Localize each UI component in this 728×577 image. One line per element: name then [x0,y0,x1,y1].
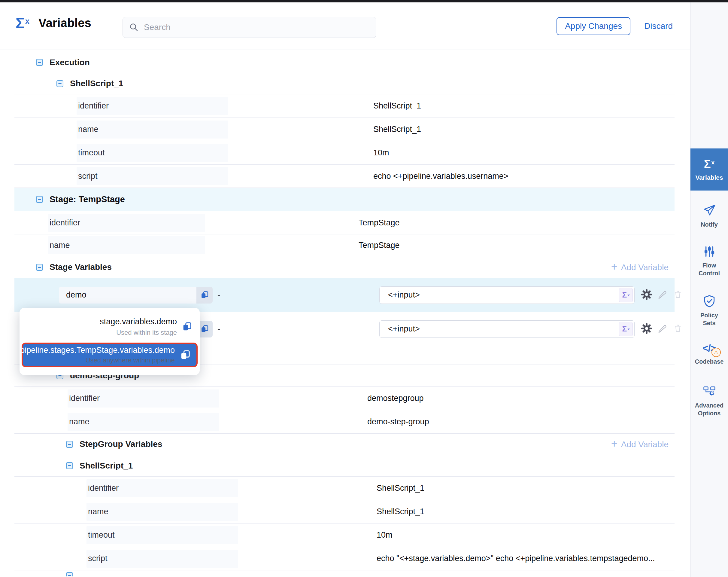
sidebar-item-policy-sets[interactable]: Policy Sets [691,295,728,327]
edit-pencil-icon[interactable] [657,289,668,301]
row-stage-tempstage: Stage: TempStage [15,187,675,211]
field-label: timeout [77,144,228,162]
copy-icon[interactable] [182,322,192,331]
search-icon [129,22,139,32]
row-execution: Execution [15,52,675,73]
variable-value-input[interactable]: <+input>Σx [379,286,634,304]
variable-path-option-pipeline-selected[interactable]: pipeline.stages.TempStage.variables.demo… [22,343,198,367]
copy-icon[interactable] [180,350,190,360]
collapse-minus-icon[interactable] [36,264,43,271]
field-label: identifier [48,214,205,232]
row-name: nameShellScript_1 [15,118,675,141]
variable-value-input[interactable]: <+input>Σx [379,320,634,338]
collapse-minus-icon[interactable] [66,441,73,448]
delete-trash-icon[interactable] [673,323,683,335]
copy-icon[interactable] [197,287,213,303]
variable-path-scope: Used anywhere within pipeline [20,356,175,364]
edit-pencil-icon[interactable] [657,323,668,335]
row-timeout: timeout10m [15,141,675,165]
add-variable-button[interactable]: +Add Variable [611,440,669,449]
field-value: 10m [344,530,675,540]
runtime-input-sigma-button[interactable]: Σx [619,322,633,336]
row-stepgroup-variables: StepGroup Variables+Add Variable [15,433,675,455]
row-stage-variables: Stage Variables+Add Variable [15,256,675,278]
right-toolbar: Σx Variables Notify Flow Control Policy … [690,2,728,577]
collapse-minus-icon[interactable] [66,462,73,469]
collapse-minus-icon[interactable] [66,572,73,576]
field-value: TempStage [344,218,675,227]
field-label: script [77,167,228,185]
warning-icon: ⚠ [711,348,721,357]
field-label: name [48,236,205,254]
field-value: demostepgroup [344,394,675,403]
plus-icon: + [611,261,618,272]
field-label: name [86,503,238,521]
field-label: identifier [86,479,238,497]
settings-gear-icon[interactable] [641,323,652,335]
tree-node-label: Execution [50,58,90,67]
page-title: Variables [38,16,91,30]
field-value: echo <+pipeline.variables.username> [344,172,675,181]
paper-plane-icon [702,203,716,217]
field-label: name [77,121,228,139]
row-shellscript-1: ShellScript_1 [15,455,675,476]
variable-path-text: stage.variables.demo [100,317,177,326]
variable-path-scope: Used within its stage [100,329,177,336]
field-value: ShellScript_1 [344,101,675,110]
collapse-minus-icon[interactable] [36,196,43,203]
search-box[interactable] [123,17,376,38]
search-input[interactable] [144,23,370,32]
shield-check-icon [703,295,716,308]
flowchart-gear-icon [703,385,716,398]
sidebar-item-flow-control[interactable]: Flow Control [691,245,728,277]
variable-name-input[interactable]: demo [59,287,197,303]
tree-node-label: StepGroup Variables [80,440,162,449]
tree-node-label: ShellScript_1 [70,79,123,89]
section-title: Stage: TempStage [50,195,125,204]
field-value: ShellScript_1 [344,125,675,134]
variable-path-option-stage[interactable]: stage.variables.demo Used within its sta… [20,308,200,342]
row-timeout: timeout10m [15,523,675,547]
runtime-input-sigma-button[interactable]: Σx [619,288,633,302]
field-label: script [86,550,238,568]
plus-icon: + [611,438,618,449]
row-name: nameTempStage [15,234,675,256]
sidebar-item-codebase[interactable]: </> ⚠ Codebase [691,343,728,366]
collapse-minus-icon[interactable] [36,59,43,66]
variable-path-text: pipeline.stages.TempStage.variables.demo [20,346,175,355]
settings-gear-icon[interactable] [641,289,652,301]
panel-header: Σx Variables Apply Changes Discard [0,2,690,50]
row-name: nameShellScript_1 [15,500,675,523]
field-value: ShellScript_1 [344,507,675,516]
field-value: echo "<+stage.variables.demo>" echo <+pi… [344,554,675,563]
sidebar-item-advanced-options[interactable]: Advanced Options [691,385,728,417]
variables-panel: Σx Variables Apply Changes Discard Execu… [0,2,690,577]
field-value: ShellScript_1 [344,483,675,493]
collapse-minus-icon[interactable] [56,80,63,87]
delete-trash-icon[interactable] [673,290,683,301]
field-label: identifier [68,390,219,407]
variable-type-dash: - [217,290,220,300]
row-shellscript-1: ShellScript_1 [15,73,675,94]
row-row [15,570,675,576]
sidebar-item-notify[interactable]: Notify [691,203,728,228]
field-label: timeout [86,526,238,544]
sigma-x-icon: Σx [704,158,714,171]
tree-node-label: ShellScript_1 [80,461,133,471]
discard-link[interactable]: Discard [644,21,673,31]
row-identifier: identifierShellScript_1 [15,94,675,118]
field-label: identifier [77,97,228,115]
sidebar-item-variables[interactable]: Σx Variables [691,148,728,191]
add-variable-button[interactable]: +Add Variable [611,262,669,272]
field-value: 10m [344,148,675,157]
row-identifier: identifierShellScript_1 [15,476,675,500]
row-identifier: identifierdemostepgroup [15,386,675,410]
variable-type-dash: - [217,324,220,334]
tree-node-label: Stage Variables [50,262,112,272]
apply-changes-button[interactable]: Apply Changes [556,17,630,35]
field-value: TempStage [344,241,675,250]
variable-path-popup: stage.variables.demo Used within its sta… [20,308,200,375]
row-script: scriptecho <+pipeline.variables.username… [15,165,675,187]
field-value: demo-step-group [344,417,675,426]
row-script: scriptecho "<+stage.variables.demo>" ech… [15,547,675,570]
